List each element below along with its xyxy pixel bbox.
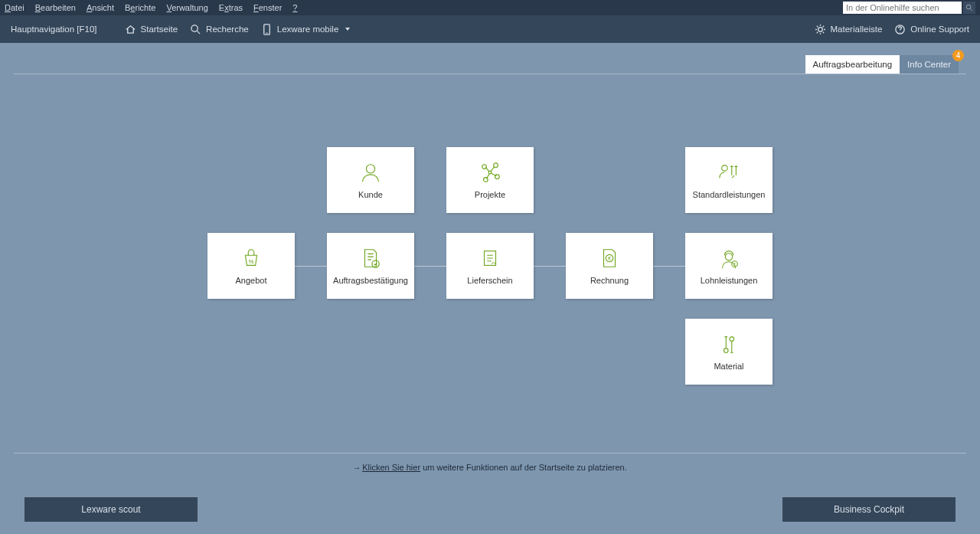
tile-grid: Kunde Projekte Standardleistungen % Ange… xyxy=(0,147,980,405)
tile-row: % Angebot Auftragsbestätigung Liefersche… xyxy=(207,233,773,299)
main-nav-label[interactable]: Hauptnavigation [F10] xyxy=(11,25,97,34)
support-label: Online Support xyxy=(910,25,969,34)
support-button[interactable]: Online Support xyxy=(894,24,969,35)
home-button[interactable]: Startseite xyxy=(125,24,178,35)
materialleiste-label: Materialleiste xyxy=(831,25,883,34)
tile-angebot[interactable]: % Angebot xyxy=(207,233,295,299)
tile-label: Angebot xyxy=(236,276,267,285)
toolbar: Hauptnavigation [F10] Startseite Recherc… xyxy=(0,15,980,43)
placement-hint: →Klicken Sie hier um weitere Funktionen … xyxy=(0,463,980,472)
worker-icon: € xyxy=(717,247,740,270)
button-label: Business Cockpit xyxy=(834,504,904,515)
delivery-note-icon xyxy=(479,247,501,270)
menu-bearbeiten[interactable]: Bearbeiten xyxy=(35,3,76,12)
search-icon xyxy=(190,24,201,35)
tile-label: Material xyxy=(714,362,743,371)
menu-fenster[interactable]: Fenster xyxy=(253,3,282,12)
tab-auftragsbearbeitung[interactable]: Auftragsbearbeitung xyxy=(805,55,900,74)
help-search-input[interactable] xyxy=(843,2,962,14)
tile-label: Auftragsbestätigung xyxy=(333,276,408,285)
svg-text:%: % xyxy=(249,258,254,265)
recherche-button[interactable]: Recherche xyxy=(190,24,249,35)
tile-auftragsbestaetigung[interactable]: Auftragsbestätigung xyxy=(327,233,414,299)
tile-label: Standardleistungen xyxy=(693,190,766,199)
invoice-icon: € xyxy=(598,247,621,270)
menu-extras[interactable]: Extras xyxy=(219,3,243,12)
svg-text:€: € xyxy=(733,263,736,267)
business-cockpit-button[interactable]: Business Cockpit xyxy=(782,497,956,522)
menu-verwaltung[interactable]: Verwaltung xyxy=(166,3,207,12)
help-search-button[interactable] xyxy=(963,2,975,14)
svg-point-21 xyxy=(725,253,732,260)
svg-point-15 xyxy=(722,165,728,172)
divider xyxy=(14,453,966,454)
svg-point-7 xyxy=(818,27,822,31)
svg-text:€: € xyxy=(608,256,611,261)
tile-label: Lohnleistungen xyxy=(701,276,758,285)
materialleiste-button[interactable]: Materialleiste xyxy=(815,24,883,35)
svg-point-9 xyxy=(366,165,374,173)
menu-help[interactable]: ? xyxy=(292,3,297,12)
home-icon xyxy=(125,24,136,35)
svg-point-0 xyxy=(966,5,971,9)
network-icon xyxy=(479,161,501,184)
tile-label: Rechnung xyxy=(590,276,629,285)
tile-row: Kunde Projekte Standardleistungen xyxy=(207,147,773,213)
tile-label: Projekte xyxy=(475,190,505,199)
tile-material[interactable]: Material xyxy=(685,319,773,385)
tile-label: Kunde xyxy=(358,190,383,199)
tile-lohnleistungen[interactable]: € Lohnleistungen xyxy=(685,233,773,299)
bag-icon: % xyxy=(240,247,263,270)
hint-text: um weitere Funktionen auf der Startseite… xyxy=(420,463,627,472)
tab-label: Info Center xyxy=(907,60,951,69)
tile-projekte[interactable]: Projekte xyxy=(446,147,534,213)
svg-point-3 xyxy=(191,25,198,31)
svg-line-4 xyxy=(197,31,200,34)
tile-standardleistungen[interactable]: Standardleistungen xyxy=(685,147,773,213)
mobile-label: Lexware mobile xyxy=(277,25,339,34)
placement-link[interactable]: Klicken Sie hier xyxy=(362,463,420,472)
recherche-label: Recherche xyxy=(206,25,249,34)
menu-ansicht[interactable]: Ansicht xyxy=(87,3,114,12)
svg-line-1 xyxy=(970,8,972,11)
tools-icon xyxy=(717,333,740,355)
mobile-icon xyxy=(261,24,273,35)
tab-info-center[interactable]: Info Center 4 xyxy=(900,55,959,74)
tab-label: Auftragsbearbeitung xyxy=(813,60,893,69)
menu-datei[interactable]: Datei xyxy=(5,3,24,12)
tile-label: Lieferschein xyxy=(467,276,512,285)
menu-bar: Datei Bearbeiten Ansicht Berichte Verwal… xyxy=(0,0,980,15)
svg-point-10 xyxy=(482,165,487,169)
menu-berichte[interactable]: Berichte xyxy=(125,3,155,12)
tile-rechnung[interactable]: € Rechnung xyxy=(566,233,653,299)
lexware-scout-button[interactable]: Lexware scout xyxy=(24,497,198,522)
gear-icon xyxy=(815,24,826,35)
mobile-button[interactable]: Lexware mobile xyxy=(261,24,351,35)
tile-lieferschein[interactable]: Lieferschein xyxy=(446,233,534,299)
main-area: Auftragsbearbeitung Info Center 4 Kunde … xyxy=(0,43,980,534)
arrow-right-icon: → xyxy=(353,464,361,472)
search-icon xyxy=(965,4,973,11)
view-tabs: Auftragsbearbeitung Info Center 4 xyxy=(805,55,959,74)
tools-person-icon xyxy=(717,161,740,184)
document-check-icon xyxy=(359,247,382,270)
help-search xyxy=(843,2,975,14)
home-label: Startseite xyxy=(141,25,178,34)
divider xyxy=(14,74,966,74)
chevron-down-icon xyxy=(345,28,350,31)
support-icon xyxy=(894,24,906,35)
tile-row: Material xyxy=(207,319,773,385)
button-label: Lexware scout xyxy=(81,504,140,515)
person-icon xyxy=(359,161,382,184)
info-badge: 4 xyxy=(952,50,964,61)
tile-kunde[interactable]: Kunde xyxy=(327,147,414,213)
